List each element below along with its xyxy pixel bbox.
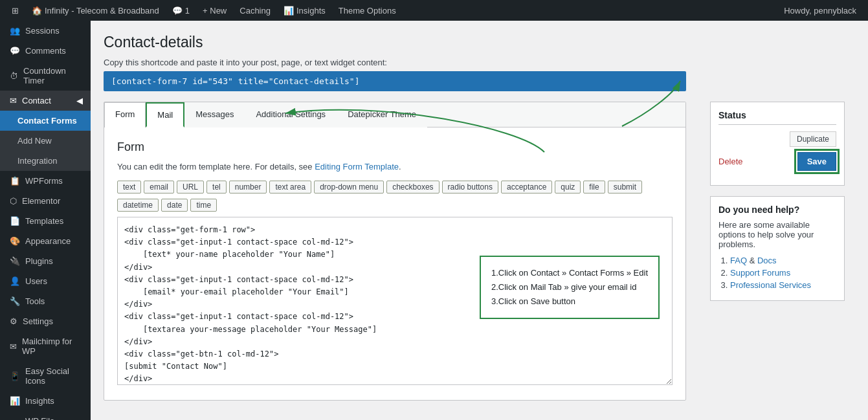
content-main: Form Mail Messages Additional Settings D: [104, 102, 687, 401]
appearance-icon: 🎨: [10, 236, 20, 246]
status-actions: Delete Save: [718, 152, 836, 171]
duplicate-button[interactable]: Duplicate: [790, 131, 836, 147]
annotation-box: 1.Click on Contact » Contact Forms » Edi…: [480, 256, 660, 319]
sidebar-item-easy-social[interactable]: 📱 Easy Social Icons: [0, 361, 91, 391]
shortcode-box[interactable]: [contact-form-7 id="543" title="Contact-…: [104, 71, 686, 91]
tag-btn-text[interactable]: text: [117, 181, 141, 193]
sidebar-item-contact-forms[interactable]: Contact Forms: [0, 111, 91, 131]
tag-btn-radio[interactable]: radio buttons: [442, 181, 498, 193]
help-panel: Do you need help? Here are some availabl…: [710, 196, 845, 301]
tag-btn-dropdown[interactable]: drop-down menu: [314, 181, 384, 193]
help-docs-link[interactable]: Docs: [757, 256, 777, 265]
sidebar-item-templates[interactable]: 📄 Templates: [0, 211, 91, 231]
easy-social-icon: 📱: [10, 371, 20, 381]
wpforms-icon: 📋: [10, 176, 20, 186]
form-section-title: Form: [117, 140, 673, 154]
editing-form-link[interactable]: Editing Form Template: [315, 162, 399, 171]
tab-mail[interactable]: Mail: [146, 102, 184, 127]
comments-icon: 💬: [10, 46, 20, 56]
code-editor-wrapper: <div class="get-form-1 row"> <div class=…: [117, 217, 673, 387]
comment-icon: 💬: [172, 6, 183, 16]
tab-container: Form Mail Messages Additional Settings D: [104, 102, 686, 401]
tag-btn-number[interactable]: number: [229, 181, 267, 193]
help-item-faq: FAQ & Docs: [730, 256, 836, 265]
help-item-forums: Support Forums: [730, 268, 836, 278]
tag-btn-datetime[interactable]: datetime: [117, 199, 159, 212]
help-title: Do you need help?: [718, 204, 836, 215]
admin-bar-comments[interactable]: 💬 1: [166, 0, 196, 21]
admin-bar-theme-options[interactable]: Theme Options: [332, 0, 403, 21]
sidebar-item-sessions[interactable]: 👥 Sessions: [0, 21, 91, 41]
admin-bar-wp-logo[interactable]: ⊞: [5, 0, 25, 21]
templates-icon: 📄: [10, 216, 20, 226]
tag-buttons-row1: text email URL tel number text area drop…: [117, 181, 673, 193]
tag-btn-quiz[interactable]: quiz: [555, 181, 581, 193]
tag-btn-textarea[interactable]: text area: [269, 181, 311, 193]
help-description: Here are some available options to help …: [718, 220, 836, 249]
status-title: Status: [718, 110, 836, 125]
admin-bar-new[interactable]: + New: [196, 0, 233, 21]
contact-icon: ✉: [10, 96, 17, 105]
delete-button[interactable]: Delete: [718, 157, 743, 166]
main-content: Contact-details Copy this shortcode and …: [91, 21, 868, 420]
tag-btn-email[interactable]: email: [144, 181, 174, 193]
settings-icon: ⚙: [10, 316, 17, 326]
tag-btn-file[interactable]: file: [583, 181, 605, 193]
admin-bar-howdy[interactable]: Howdy, pennyblack: [777, 0, 863, 21]
tab-messages[interactable]: Messages: [184, 102, 245, 127]
annotation-line3: 3.Click on Save button: [491, 294, 648, 309]
help-professional-link[interactable]: Professional Services: [730, 280, 811, 290]
tag-btn-url[interactable]: URL: [177, 181, 204, 193]
form-description: You can edit the form template here. For…: [117, 162, 673, 171]
sidebar-item-elementor[interactable]: ⬡ Elementor: [0, 191, 91, 211]
tag-btn-checkboxes[interactable]: checkboxes: [386, 181, 439, 193]
tag-btn-acceptance[interactable]: acceptance: [501, 181, 552, 193]
sidebar-item-contact[interactable]: ✉ Contact ◀: [0, 91, 91, 111]
tag-buttons-row2: datetime date time: [117, 199, 673, 212]
shortcode-section: Copy this shortcode and paste it into yo…: [104, 58, 855, 91]
sidebar-item-wp-file-manager[interactable]: 📁 WP File Manager: [0, 411, 91, 420]
shortcode-label: Copy this shortcode and paste it into yo…: [104, 58, 855, 67]
help-forums-link[interactable]: Support Forums: [730, 268, 790, 278]
tab-content-form: Form You can edit the form template here…: [104, 127, 685, 400]
admin-bar-caching[interactable]: Caching: [233, 0, 277, 21]
help-list: FAQ & Docs Support Forums Professional S…: [718, 256, 836, 290]
site-icon: 🏠: [32, 6, 42, 16]
tag-btn-submit[interactable]: submit: [608, 181, 642, 193]
tools-icon: 🔧: [10, 296, 20, 306]
sidebar-submenu-contact: Contact Forms Add New Integration: [0, 111, 91, 171]
tab-datepicker[interactable]: Datepicker Theme: [337, 102, 427, 127]
sidebar-item-users[interactable]: 👤 Users: [0, 271, 91, 291]
tab-additional-settings[interactable]: Additional Settings: [245, 102, 337, 127]
sidebar-item-appearance[interactable]: 🎨 Appearance: [0, 231, 91, 251]
sidebar-item-tools[interactable]: 🔧 Tools: [0, 291, 91, 311]
mailchimp-icon: ✉: [10, 342, 17, 351]
sidebar-item-plugins[interactable]: 🔌 Plugins: [0, 251, 91, 271]
annotation-line1: 1.Click on Contact » Contact Forms » Edi…: [491, 266, 648, 280]
tag-btn-date[interactable]: date: [161, 199, 188, 212]
sidebar-item-insights[interactable]: 📊 Insights: [0, 391, 91, 411]
insights-sidebar-icon: 📊: [10, 396, 20, 406]
sidebar-item-integration[interactable]: Integration: [0, 151, 91, 171]
sessions-icon: 👥: [10, 26, 20, 36]
sidebar-item-comments[interactable]: 💬 Comments: [0, 41, 91, 61]
help-faq-link[interactable]: FAQ: [730, 256, 747, 265]
status-panel: Status Duplicate Delete Save: [710, 102, 845, 186]
sidebar-item-add-new[interactable]: Add New: [0, 131, 91, 151]
insights-icon: 📊: [284, 6, 294, 16]
admin-bar-insights[interactable]: 📊 Insights: [277, 0, 332, 21]
tab-form[interactable]: Form: [104, 102, 146, 127]
sidebar-item-wpforms[interactable]: 📋 WPForms: [0, 171, 91, 191]
wp-logo-icon: ⊞: [12, 6, 19, 16]
sidebar-item-mailchimp[interactable]: ✉ Mailchimp for WP: [0, 331, 91, 361]
help-item-professional: Professional Services: [730, 280, 836, 290]
tag-btn-tel[interactable]: tel: [206, 181, 227, 193]
annotation-line2: 2.Click on Mail Tab » give your email id: [491, 280, 648, 294]
sidebar-item-settings[interactable]: ⚙ Settings: [0, 311, 91, 331]
admin-bar-site-title[interactable]: 🏠 Infinity - Telecom & Broadband: [25, 0, 166, 21]
save-button[interactable]: Save: [797, 152, 836, 171]
sidebar-item-countdown[interactable]: ⏱ Countdown Timer: [0, 61, 91, 91]
tag-btn-time[interactable]: time: [190, 199, 217, 212]
users-icon: 👤: [10, 276, 20, 286]
right-panel: Status Duplicate Delete Save Do you need…: [700, 102, 855, 301]
